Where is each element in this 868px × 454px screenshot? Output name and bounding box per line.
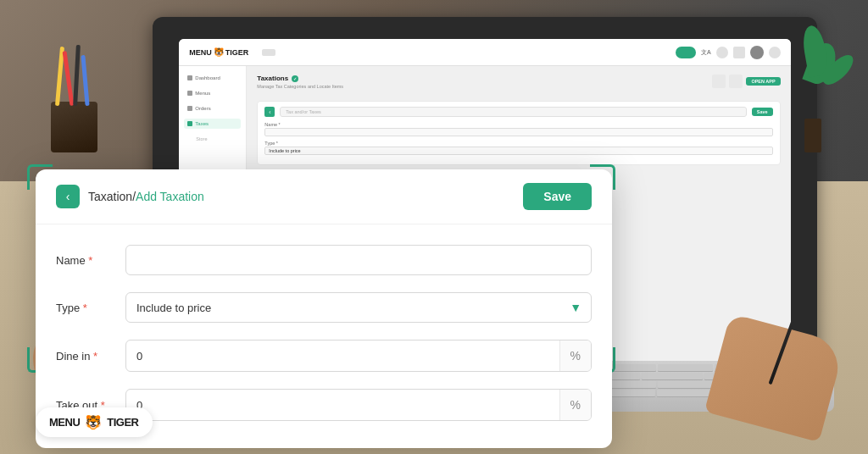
type-select-wrapper: Include to price Exclude from price ▼ [125, 292, 592, 323]
menus-icon [187, 91, 192, 96]
back-button[interactable]: ‹ [56, 185, 80, 208]
screen-search-input: Tax and/or Taxes [280, 107, 746, 117]
dine-in-input[interactable] [126, 340, 559, 371]
save-button[interactable]: Save [523, 183, 592, 210]
type-required: * [83, 302, 87, 314]
screen-copy-icon [729, 75, 743, 88]
screen-header-btn [676, 47, 696, 58]
screen-type-row: Type * Include to price [264, 141, 772, 155]
breadcrumb: Taxation/Add Taxation [88, 190, 204, 203]
screen-sidebar-menus: Menus [184, 88, 241, 98]
screen-type-select: Include to price [264, 147, 772, 155]
dashboard-icon [187, 75, 192, 80]
screen-logo-text: MENU [189, 48, 212, 57]
screen-logo-text2: TIGER [225, 48, 249, 57]
screen-header: MENU 🐯 TIGER 文A [179, 39, 790, 66]
taxes-icon [187, 121, 192, 126]
page-verified-icon: ✓ [292, 75, 298, 82]
screen-sidebar-orders: Orders [184, 103, 241, 114]
plant-decoration [783, 25, 851, 152]
breadcrumb-base: Taxation/ [88, 190, 136, 203]
name-label: Name * [56, 254, 115, 267]
logo-text-tiger: TIGER [107, 416, 138, 429]
take-out-percent-icon: % [559, 390, 591, 420]
dine-in-input-wrapper: % [125, 340, 592, 372]
screen-qr-icon [712, 75, 726, 88]
screen-save-btn: Save [752, 108, 773, 116]
screen-sidebar-store: Store [184, 134, 241, 144]
orders-icon [187, 106, 192, 111]
logo-text-menu: MENU [49, 416, 80, 429]
take-out-input-wrapper: % [125, 389, 592, 421]
dine-in-label: Dine in * [56, 350, 115, 363]
type-label: Type * [56, 302, 115, 314]
screen-logo-tiger: 🐯 [214, 47, 224, 57]
type-select[interactable]: Include to price Exclude from price [125, 292, 592, 323]
screen-logo: MENU 🐯 TIGER [189, 47, 248, 57]
screen-name-row: Name * [264, 122, 772, 136]
name-input[interactable] [125, 245, 592, 275]
screen-content-card: ‹ Tax and/or Taxes Save Name * Type * In… [257, 101, 780, 165]
dine-in-field-row: Dine in * % [56, 340, 592, 372]
screen-settings-icon [769, 47, 781, 58]
screen-sidebar-taxes: Taxes [184, 119, 241, 129]
breadcrumb-current: Add Taxation [136, 190, 204, 203]
type-field-row: Type * Include to price Exclude from pri… [56, 292, 592, 323]
card-nav: ‹ Taxation/Add Taxation [56, 185, 204, 208]
pencil-area [51, 51, 119, 152]
logo-tiger-icon: 🐯 [85, 414, 102, 430]
screen-name-input [264, 128, 772, 136]
screen-bell-icon [716, 47, 728, 58]
screen-header-right: 文A [676, 46, 781, 59]
card-header: ‹ Taxation/Add Taxation Save [36, 169, 612, 224]
back-arrow-icon: ‹ [66, 191, 70, 202]
bottom-logo: MENU 🐯 TIGER [36, 407, 153, 437]
name-field-row: Name * [56, 245, 592, 275]
screen-sidebar-dashboard: Dashboard [184, 73, 241, 83]
dine-in-required: * [93, 350, 97, 363]
screen-grid-icon [733, 47, 745, 58]
screen-open-app-btn: OPEN APP [746, 77, 780, 86]
take-out-input[interactable] [126, 390, 559, 420]
screen-back-btn: ‹ [264, 107, 275, 117]
dine-in-percent-icon: % [559, 340, 591, 371]
screen-page-subtitle: Manage Tax Categories and Locate Items [257, 84, 343, 89]
main-card: ‹ Taxation/Add Taxation Save Name * Type… [36, 169, 612, 448]
name-required: * [88, 254, 92, 267]
screen-page-title: Taxations ✓ [257, 75, 343, 82]
screen-avatar [750, 46, 764, 59]
